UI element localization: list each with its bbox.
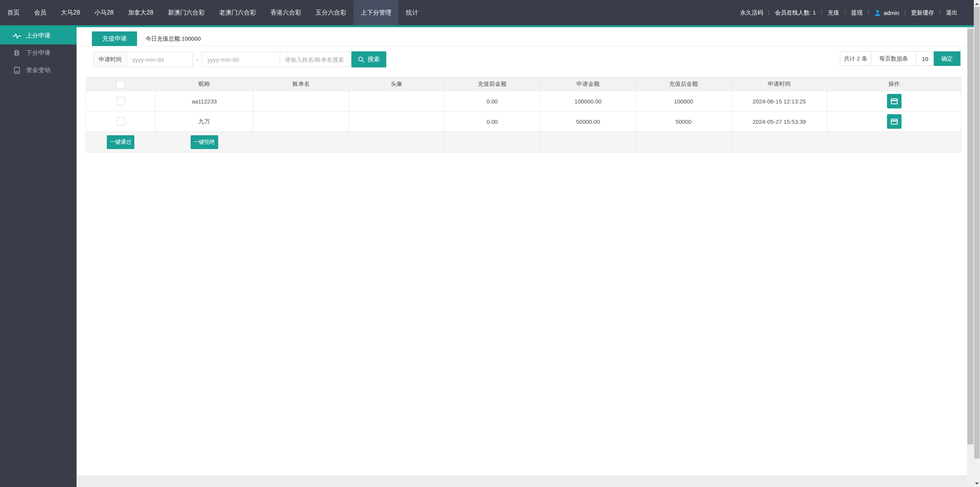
b-icon: B [11, 49, 22, 57]
recharge-table-wrap: 昵称 账单名 头像 充值前金额 申请金额 充值后金额 申请时间 操作 aa112… [86, 77, 960, 152]
cell-nickname: 九万 [155, 112, 253, 132]
date-from-input[interactable] [127, 52, 193, 67]
sidebar-item-label: 资金变动 [26, 66, 51, 74]
cell-apply-amount: 100000.00 [541, 91, 636, 112]
inner-scrollbar-thumb[interactable] [967, 29, 973, 444]
online-count: 会员在线人数: 1 [769, 9, 822, 16]
header-before-amount: 充值前金额 [444, 77, 541, 91]
cell-bill-name [253, 91, 349, 112]
cell-avatar [349, 112, 444, 132]
sidebar-item-label: 上分申请 [26, 32, 51, 40]
filter-bar: 申请时间 - 搜索 [93, 51, 967, 67]
horizontal-scrollbar-track[interactable] [77, 475, 967, 487]
nav-item-statistics[interactable]: 统计 [399, 0, 425, 25]
window-icon [891, 98, 898, 104]
search-button[interactable]: 搜索 [351, 51, 386, 67]
reject-all-button[interactable]: 一键拒绝 [191, 135, 218, 149]
row-checkbox[interactable] [116, 97, 125, 105]
header-actions: 操作 [827, 77, 961, 91]
window-icon [891, 119, 898, 125]
withdraw-link[interactable]: 提现 [845, 9, 868, 16]
confirm-button[interactable]: 确定 [934, 51, 960, 66]
cell-after-amount: 100000 [636, 91, 732, 112]
search-button-label: 搜索 [368, 56, 380, 64]
nav-item-jianada28[interactable]: 加拿大28 [121, 0, 161, 25]
search-input[interactable] [280, 52, 351, 67]
per-page-input[interactable] [916, 51, 934, 66]
header-apply-amount: 申请金额 [541, 77, 636, 91]
header-nickname: 昵称 [155, 77, 253, 91]
header-bill-name: 账单名 [253, 77, 349, 91]
user-icon [874, 10, 881, 16]
today-recharge-total: 今日充值总额:100000 [145, 31, 201, 46]
outer-scrollbar-thumb[interactable] [974, 7, 980, 459]
cell-avatar [349, 91, 444, 112]
table-row: 九万 0.00 50000.00 50000 2024-05-27 15:53:… [86, 112, 961, 132]
scroll-down-arrow-icon[interactable] [975, 482, 979, 485]
apply-time-label: 申请时间 [93, 52, 127, 67]
table-header-row: 昵称 账单名 头像 充值前金额 申请金额 充值后金额 申请时间 操作 [86, 77, 961, 91]
nav-item-home[interactable]: 首页 [0, 0, 27, 25]
approve-all-button[interactable]: 一键通过 [107, 135, 134, 149]
select-all-checkbox[interactable] [116, 80, 125, 89]
date-to-input[interactable] [202, 52, 280, 67]
header-select-all [86, 77, 155, 91]
row-checkbox[interactable] [116, 117, 125, 126]
sidebar-item-withdraw-request[interactable]: B 下分申请 [0, 44, 77, 62]
admin-username: admin [884, 10, 899, 16]
per-page-label: 每页数据条 [871, 51, 916, 66]
nav-item-wufen[interactable]: 五分六合彩 [308, 0, 353, 25]
top-nav-menu: 首页 会员 大马28 小马28 加拿大28 新澳门六合彩 老澳门六合彩 香港六合… [0, 0, 425, 25]
sidebar-item-recharge-request[interactable]: 上分申请 [0, 27, 77, 44]
pagination-controls: 共计 2 条 每页数据条 确定 [840, 51, 960, 66]
tab-recharge-request[interactable]: 充值申请 [92, 31, 137, 46]
pulse-icon [11, 33, 22, 39]
cell-nickname: aa112233 [155, 91, 253, 112]
cell-apply-amount: 50000.00 [541, 112, 636, 132]
header-apply-time: 申请时间 [732, 77, 827, 91]
tab-row: 充值申请 今日充值总额:100000 [77, 27, 967, 46]
nav-item-dama28[interactable]: 大马28 [54, 0, 87, 25]
logout-link[interactable]: 退出 [940, 9, 963, 16]
cell-before-amount: 0.00 [444, 91, 541, 112]
nav-item-updown-management[interactable]: 上下分管理 [353, 0, 399, 25]
sidebar-item-fund-changes[interactable]: 资金变动 [0, 62, 77, 79]
recharge-table: 昵称 账单名 头像 充值前金额 申请金额 充值后金额 申请时间 操作 aa112… [86, 77, 961, 152]
table-footer-row: 一键通过 一键拒绝 [86, 132, 961, 152]
main-content: 充值申请 今日充值总额:100000 申请时间 - 搜索 共计 2 条 每页数据… [77, 27, 967, 475]
recharge-link[interactable]: 充值 [822, 9, 845, 16]
date-range-separator: - [196, 56, 198, 63]
ledger-icon [11, 67, 22, 74]
top-nav: 首页 会员 大马28 小马28 加拿大28 新澳门六合彩 老澳门六合彩 香港六合… [0, 0, 974, 25]
cell-apply-time: 2024-06-15 12:13:25 [732, 91, 827, 112]
nav-item-xianggang[interactable]: 香港六合彩 [263, 0, 308, 25]
sidebar: 上分申请 B 下分申请 资金变动 [0, 27, 77, 487]
nav-item-xiaoma28[interactable]: 小马28 [87, 0, 121, 25]
total-count: 共计 2 条 [840, 51, 871, 66]
scroll-up-arrow-icon[interactable] [975, 3, 979, 5]
row-detail-button[interactable] [887, 94, 902, 108]
search-icon [358, 56, 364, 63]
cell-apply-time: 2024-05-27 15:53:39 [732, 112, 827, 132]
refresh-cache-link[interactable]: 更新缓存 [905, 9, 940, 16]
top-nav-right: 永久活码 会员在线人数: 1 充值 提现 admin 更新缓存 退出 [734, 0, 974, 25]
inner-vertical-scrollbar[interactable] [967, 27, 974, 487]
sidebar-item-label: 下分申请 [26, 49, 51, 57]
header-avatar: 头像 [349, 77, 444, 91]
cell-before-amount: 0.00 [444, 112, 541, 132]
admin-user-menu[interactable]: admin [869, 10, 905, 16]
table-row: aa112233 0.00 100000.00 100000 2024-06-1… [86, 91, 961, 112]
cell-bill-name [253, 112, 349, 132]
outer-vertical-scrollbar[interactable] [974, 0, 980, 487]
nav-item-laoaomen[interactable]: 老澳门六合彩 [212, 0, 263, 25]
nav-item-members[interactable]: 会员 [27, 0, 54, 25]
row-detail-button[interactable] [887, 114, 902, 129]
nav-item-xinaomen[interactable]: 新澳门六合彩 [160, 0, 212, 25]
promo-code-link[interactable]: 永久活码 [734, 9, 769, 16]
header-after-amount: 充值后金额 [636, 77, 732, 91]
cell-after-amount: 50000 [636, 112, 732, 132]
